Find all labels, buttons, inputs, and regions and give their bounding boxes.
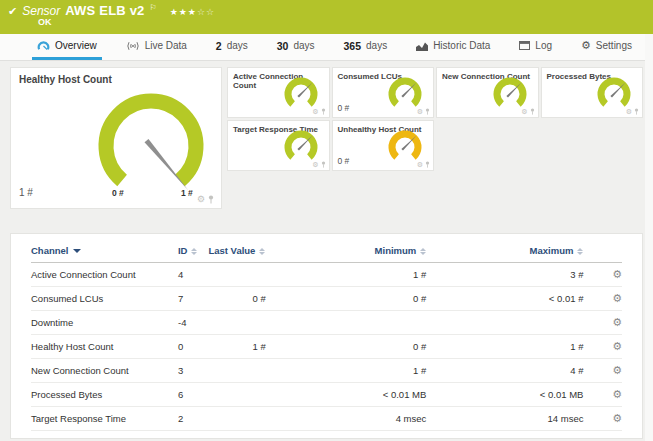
tab-label: Overview <box>55 40 97 51</box>
gauge-arc <box>106 101 196 180</box>
tile-target-response-time[interactable]: Target Response Time ⚙ <box>227 120 330 171</box>
channel-last-value <box>208 383 309 407</box>
tab-day-count: 365 <box>344 40 362 52</box>
channel-maximum: < 0.01 MB <box>426 383 583 407</box>
column-header-maximum[interactable]: Maximum <box>426 238 583 263</box>
table-row[interactable]: Target Response Time 2 4 msec 14 msec ⚙ <box>31 407 622 431</box>
column-label: Last Value <box>208 245 255 256</box>
tile-active-connection-count[interactable]: Active Connection Count ⚙ <box>227 67 330 118</box>
pin-icon[interactable] <box>425 108 430 115</box>
gauge-settings-gear-icon[interactable]: ⚙ <box>521 108 527 115</box>
tile-consumed-lcus[interactable]: Consumed LCUs 0 # ⚙ <box>332 67 435 118</box>
table-row[interactable]: Healthy Host Count 0 1 # 0 # 1 # ⚙ <box>31 335 622 359</box>
tile-unhealthy-host-count[interactable]: Unhealthy Host Count 0 # ⚙ <box>332 120 435 171</box>
channel-table: Channel ID Last Value Minimum Maximum Ac… <box>31 238 622 439</box>
table-row[interactable]: Unhealthy Host Count 1 0 # 0 # 1 # ⚙ <box>31 431 622 440</box>
priority-flag-icon[interactable]: ⚐ <box>150 3 157 12</box>
channel-last-value: 0 # <box>208 287 309 311</box>
channel-minimum: 0 # <box>310 287 427 311</box>
channel-settings-gear-icon[interactable]: ⚙ <box>612 316 622 328</box>
channel-name[interactable]: Healthy Host Count <box>31 335 178 359</box>
table-row[interactable]: New Connection Count 3 1 # 4 # ⚙ <box>31 359 622 383</box>
channel-last-value: 1 # <box>208 335 309 359</box>
gauge-settings-gear-icon[interactable]: ⚙ <box>197 195 205 204</box>
channel-name[interactable]: Unhealthy Host Count <box>31 431 178 440</box>
gauge-tile-grid: Active Connection Count ⚙ Consumed LCUs … <box>227 67 643 209</box>
channel-last-value <box>208 263 309 287</box>
tile-value: 0 # <box>338 103 350 113</box>
channel-settings-gear-icon[interactable]: ⚙ <box>612 412 622 424</box>
column-header-id[interactable]: ID <box>178 238 208 263</box>
pin-icon[interactable] <box>634 108 639 115</box>
channel-settings-gear-icon[interactable]: ⚙ <box>612 268 622 280</box>
tab-settings[interactable]: ⚙ Settings <box>576 34 637 60</box>
tile-placeholder <box>436 120 539 171</box>
pin-icon[interactable] <box>321 161 326 168</box>
column-header-last-value[interactable]: Last Value <box>208 238 309 263</box>
gear-icon: ⚙ <box>581 39 591 52</box>
tab-2-days[interactable]: 2 days <box>211 34 253 60</box>
gauge-icon <box>37 40 50 51</box>
channel-last-value <box>208 407 309 431</box>
channel-name[interactable]: Target Response Time <box>31 407 178 431</box>
tile-processed-bytes[interactable]: Processed Bytes ⚙ <box>541 67 644 118</box>
sensor-status-text: OK <box>38 17 645 27</box>
gauge-settings-gear-icon[interactable]: ⚙ <box>417 108 423 115</box>
column-header-channel[interactable]: Channel <box>31 238 178 263</box>
primary-gauge-panel[interactable]: Healthy Host Count 0 # 1 # 1 # ⚙ <box>10 67 222 209</box>
priority-stars[interactable]: ★★★☆☆ <box>170 7 215 17</box>
channel-minimum: 1 # <box>310 359 427 383</box>
tab-live-data[interactable]: Live Data <box>121 34 192 60</box>
channel-settings-gear-icon[interactable]: ⚙ <box>612 436 622 439</box>
channel-name[interactable]: Consumed LCUs <box>31 287 178 311</box>
sort-desc-icon <box>73 249 81 253</box>
pin-icon[interactable] <box>321 108 326 115</box>
column-header-minimum[interactable]: Minimum <box>310 238 427 263</box>
table-row[interactable]: Processed Bytes 6 < 0.01 MB < 0.01 MB ⚙ <box>31 383 622 407</box>
stars-empty: ☆☆ <box>197 7 215 17</box>
overview-content: Healthy Host Count 0 # 1 # 1 # ⚙ Active … <box>0 61 653 439</box>
pin-icon[interactable] <box>425 161 430 168</box>
table-row[interactable]: Active Connection Count 4 1 # 3 # ⚙ <box>31 263 622 287</box>
gauge-settings-gear-icon[interactable]: ⚙ <box>312 161 318 168</box>
right-gutter <box>645 34 653 441</box>
channel-settings-gear-icon[interactable]: ⚙ <box>612 292 622 304</box>
gauge-settings-gear-icon[interactable]: ⚙ <box>626 108 632 115</box>
table-row[interactable]: Consumed LCUs 7 0 # 0 # < 0.01 # ⚙ <box>31 287 622 311</box>
channel-id: 3 <box>178 359 208 383</box>
tab-overview[interactable]: Overview <box>32 34 102 60</box>
tab-label: Settings <box>596 40 632 51</box>
live-signal-icon <box>126 41 140 51</box>
table-row[interactable]: Downtime -4 ⚙ <box>31 311 622 335</box>
tile-new-connection-count[interactable]: New Connection Count ⚙ <box>436 67 539 118</box>
sort-icon <box>420 248 426 255</box>
channel-name[interactable]: Active Connection Count <box>31 263 178 287</box>
tab-365-days[interactable]: 365 days <box>339 34 393 60</box>
channel-maximum: 3 # <box>426 263 583 287</box>
channel-id: 4 <box>178 263 208 287</box>
tab-historic-data[interactable]: Historic Data <box>411 34 495 60</box>
gauge-settings-gear-icon[interactable]: ⚙ <box>417 161 423 168</box>
gauge-arc <box>288 81 314 104</box>
channel-maximum: < 0.01 # <box>426 287 583 311</box>
channel-name[interactable]: Processed Bytes <box>31 383 178 407</box>
column-label: ID <box>178 245 188 256</box>
channel-settings-gear-icon[interactable]: ⚙ <box>612 340 622 352</box>
column-label: Channel <box>31 245 68 256</box>
gauge-settings-gear-icon[interactable]: ⚙ <box>312 108 318 115</box>
tab-bar: Overview Live Data 2 days 30 days 365 da… <box>0 34 653 61</box>
channel-maximum <box>426 311 583 335</box>
channel-name[interactable]: Downtime <box>31 311 178 335</box>
channel-name[interactable]: New Connection Count <box>31 359 178 383</box>
healthy-host-count-gauge <box>11 68 223 208</box>
tab-day-count: 2 <box>216 40 222 52</box>
pin-icon[interactable] <box>208 195 214 204</box>
tab-30-days[interactable]: 30 days <box>272 34 320 60</box>
channel-settings-gear-icon[interactable]: ⚙ <box>612 364 622 376</box>
channel-maximum: 1 # <box>426 431 583 440</box>
tab-log[interactable]: Log <box>514 34 557 60</box>
sort-icon <box>259 248 265 255</box>
gauge-arc <box>601 81 627 104</box>
channel-settings-gear-icon[interactable]: ⚙ <box>612 388 622 400</box>
pin-icon[interactable] <box>530 108 535 115</box>
